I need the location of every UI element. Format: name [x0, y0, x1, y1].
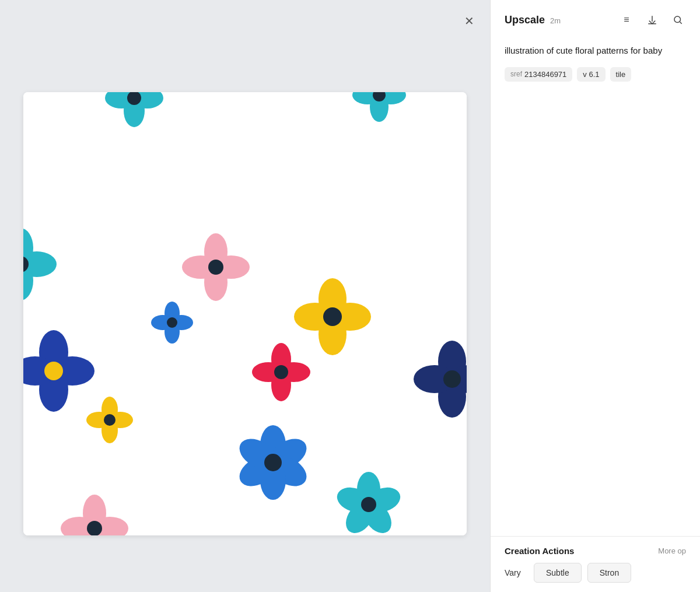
download-button[interactable]	[644, 12, 660, 28]
svg-point-40	[274, 365, 288, 379]
svg-point-45	[443, 370, 461, 388]
svg-point-57	[264, 454, 282, 471]
search-icon	[673, 15, 683, 25]
svg-line-103	[680, 22, 681, 23]
vary-label: Vary	[505, 568, 528, 577]
left-panel: ✕	[0, 0, 490, 592]
sref-tag: sref 2134846971	[505, 67, 572, 82]
tags-row: sref 2134846971 v 6.1 tile	[491, 67, 700, 93]
search-button[interactable]	[670, 12, 686, 28]
title-text: Upscale	[505, 14, 545, 26]
header-icons: ≡	[618, 12, 686, 28]
menu-button[interactable]: ≡	[618, 12, 635, 28]
svg-point-50	[104, 414, 116, 426]
close-button[interactable]: ✕	[460, 12, 478, 30]
panel-title: Upscale 2m	[505, 14, 611, 26]
creation-actions-header: Creation Actions More op	[505, 546, 686, 556]
right-header: Upscale 2m ≡	[491, 0, 700, 40]
svg-point-20	[208, 260, 223, 275]
time-badge: 2m	[550, 16, 561, 25]
svg-point-30	[323, 307, 342, 326]
vary-row: Vary Subtle Stron	[505, 563, 686, 583]
close-icon: ✕	[464, 14, 474, 28]
image-container	[23, 92, 467, 535]
svg-point-35	[44, 362, 63, 380]
version-tag: v 6.1	[577, 67, 605, 82]
creation-actions: Creation Actions More op Vary Subtle Str…	[491, 536, 700, 592]
vary-subtle-button[interactable]: Subtle	[534, 563, 582, 583]
more-options-link[interactable]: More op	[658, 547, 686, 555]
floral-image	[23, 92, 467, 535]
tile-tag: tile	[610, 67, 632, 82]
right-panel: Upscale 2m ≡ illustration of cute floral…	[490, 0, 700, 592]
prompt-text: illustration of cute floral patterns for…	[491, 40, 700, 67]
vary-strong-button[interactable]: Stron	[587, 563, 631, 583]
menu-icon: ≡	[624, 15, 629, 25]
svg-point-25	[167, 317, 177, 328]
svg-point-63	[361, 497, 376, 512]
svg-point-102	[674, 16, 681, 23]
creation-actions-title: Creation Actions	[505, 546, 574, 556]
download-icon	[647, 15, 657, 25]
svg-point-68	[87, 521, 102, 535]
